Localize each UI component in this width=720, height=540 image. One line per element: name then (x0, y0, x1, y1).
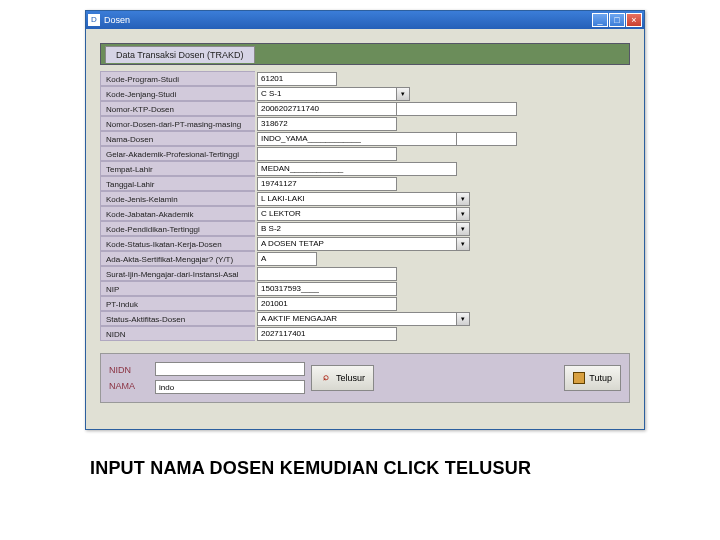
field-label: Kode-Status-Ikatan-Kerja-Dosen (100, 236, 255, 251)
field-input[interactable] (257, 282, 397, 296)
form-row: Nomor-Dosen-dari-PT-masing-masing (100, 116, 630, 131)
tutup-button[interactable]: Tutup (564, 365, 621, 391)
field-label: NIP (100, 281, 255, 296)
field-input-wrap (255, 176, 630, 191)
search-icon: ⌕ (320, 372, 332, 384)
exit-icon (573, 372, 585, 384)
field-input-wrap: ▾ (255, 191, 630, 206)
field-input[interactable] (257, 192, 457, 206)
field-input-wrap: ▾ (255, 221, 630, 236)
field-input-wrap: ▾ (255, 206, 630, 221)
form-row: Kode-Jenjang-Studi▾ (100, 86, 630, 101)
field-input[interactable] (257, 207, 457, 221)
slide-caption: INPUT NAMA DOSEN KEMUDIAN CLICK TELUSUR (90, 458, 531, 479)
field-label: Surat-Ijin-Mengajar-dari-Instansi-Asal (100, 266, 255, 281)
field-input[interactable] (257, 222, 457, 236)
field-input-wrap (255, 146, 630, 161)
field-input[interactable] (257, 297, 397, 311)
form-row: Nama-Dosen (100, 131, 630, 146)
app-icon: D (88, 14, 100, 26)
field-input[interactable] (257, 117, 397, 131)
search-panel: NIDN NAMA ⌕ Telusur Tutup (100, 353, 630, 403)
field-input[interactable] (257, 267, 397, 281)
field-input-wrap (255, 131, 630, 146)
field-input[interactable] (257, 177, 397, 191)
form-row: Tempat-Lahir (100, 161, 630, 176)
minimize-button[interactable]: _ (592, 13, 608, 27)
field-extension (457, 132, 517, 146)
field-input-wrap (255, 326, 630, 341)
form-row: Kode-Jenis-Kelamin▾ (100, 191, 630, 206)
form-row: Gelar-Akademik-Profesional-Tertinggi (100, 146, 630, 161)
field-label: Kode-Jenis-Kelamin (100, 191, 255, 206)
form-row: Nomor-KTP-Dosen (100, 101, 630, 116)
field-input-wrap (255, 266, 630, 281)
form-row: Kode-Status-Ikatan-Kerja-Dosen▾ (100, 236, 630, 251)
field-label: Kode-Jenjang-Studi (100, 86, 255, 101)
telusur-label: Telusur (336, 373, 365, 383)
form-row: PT-Induk (100, 296, 630, 311)
form-row: NIDN (100, 326, 630, 341)
field-input-wrap (255, 116, 630, 131)
close-button[interactable]: × (626, 13, 642, 27)
field-label: Ada-Akta-Sertifikat-Mengajar? (Y/T) (100, 251, 255, 266)
tutup-label: Tutup (589, 373, 612, 383)
form-row: Tanggal-Lahir (100, 176, 630, 191)
field-input-wrap (255, 101, 630, 116)
field-input[interactable] (257, 237, 457, 251)
search-nama-label: NAMA (109, 381, 149, 391)
section-tab: Data Transaksi Dosen (TRAKD) (105, 46, 255, 63)
chevron-down-icon[interactable]: ▾ (456, 312, 470, 326)
chevron-down-icon[interactable]: ▾ (456, 222, 470, 236)
dosen-window: D Dosen _ □ × Data Transaksi Dosen (TRAK… (85, 10, 645, 430)
field-label: Gelar-Akademik-Profesional-Tertinggi (100, 146, 255, 161)
field-input[interactable] (257, 252, 317, 266)
field-input-wrap: ▾ (255, 86, 630, 101)
titlebar[interactable]: D Dosen _ □ × (86, 11, 644, 29)
telusur-button[interactable]: ⌕ Telusur (311, 365, 374, 391)
field-label: NIDN (100, 326, 255, 341)
form-row: Kode-Program-Studi (100, 71, 630, 86)
field-label: Tanggal-Lahir (100, 176, 255, 191)
search-nidn-label: NIDN (109, 365, 149, 375)
chevron-down-icon[interactable]: ▾ (456, 207, 470, 221)
form-row: NIP (100, 281, 630, 296)
field-input-wrap (255, 161, 630, 176)
field-label: Kode-Jabatan-Akademik (100, 206, 255, 221)
field-label: Nomor-Dosen-dari-PT-masing-masing (100, 116, 255, 131)
field-label: Nomor-KTP-Dosen (100, 101, 255, 116)
field-label: Status-Aktifitas-Dosen (100, 311, 255, 326)
maximize-button[interactable]: □ (609, 13, 625, 27)
search-nidn-input[interactable] (155, 362, 305, 376)
field-input[interactable] (257, 87, 397, 101)
field-input[interactable] (257, 312, 457, 326)
form-row: Surat-Ijin-Mengajar-dari-Instansi-Asal (100, 266, 630, 281)
form-area: Kode-Program-StudiKode-Jenjang-Studi▾Nom… (100, 71, 630, 341)
field-input[interactable] (257, 72, 337, 86)
chevron-down-icon[interactable]: ▾ (456, 192, 470, 206)
field-label: PT-Induk (100, 296, 255, 311)
field-input-wrap (255, 281, 630, 296)
form-row: Ada-Akta-Sertifikat-Mengajar? (Y/T) (100, 251, 630, 266)
field-input-wrap (255, 251, 630, 266)
search-nama-input[interactable] (155, 380, 305, 394)
field-input-wrap (255, 296, 630, 311)
field-input-wrap (255, 71, 630, 86)
field-input[interactable] (257, 147, 397, 161)
form-row: Kode-Pendidikan-Tertinggi▾ (100, 221, 630, 236)
field-input[interactable] (257, 327, 397, 341)
field-input-wrap: ▾ (255, 236, 630, 251)
field-input[interactable] (257, 132, 457, 146)
field-label: Nama-Dosen (100, 131, 255, 146)
chevron-down-icon[interactable]: ▾ (396, 87, 410, 101)
chevron-down-icon[interactable]: ▾ (456, 237, 470, 251)
field-input[interactable] (257, 102, 397, 116)
field-label: Kode-Pendidikan-Tertinggi (100, 221, 255, 236)
field-input-wrap: ▾ (255, 311, 630, 326)
form-row: Status-Aktifitas-Dosen▾ (100, 311, 630, 326)
window-title: Dosen (104, 15, 592, 25)
section-header: Data Transaksi Dosen (TRAKD) (100, 43, 630, 65)
form-row: Kode-Jabatan-Akademik▾ (100, 206, 630, 221)
field-input[interactable] (257, 162, 457, 176)
field-extension (397, 102, 517, 116)
